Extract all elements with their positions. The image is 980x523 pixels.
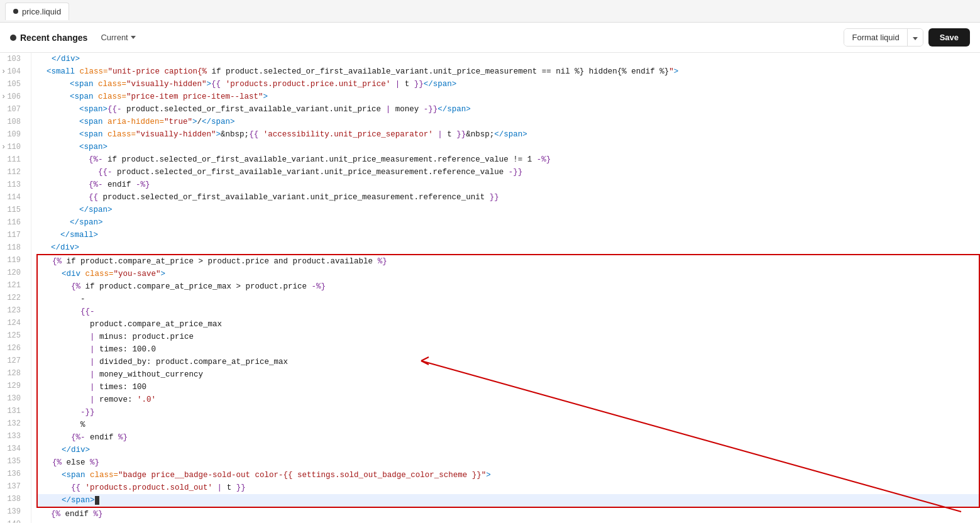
code-content[interactable]: </div><small class="unit-price caption{%… (31, 53, 980, 523)
format-liquid-button[interactable]: Format liquid (844, 28, 923, 47)
line-number: 135 (0, 455, 26, 468)
line-number: 125 (0, 329, 26, 342)
code-line: </small> (36, 229, 980, 241)
code-line: </div> (36, 241, 980, 254)
line-number: 126 (0, 342, 26, 355)
line-number: 119 (0, 254, 26, 267)
code-line: <span class="visually-hidden">&nbsp;{{ '… (36, 128, 980, 141)
code-line: </div> (36, 444, 980, 456)
line-number: 114 (0, 191, 26, 204)
line-number: 127 (0, 355, 26, 367)
line-number: 112 (0, 166, 26, 179)
code-line: | divided_by: product.compare_at_price_m… (36, 356, 980, 368)
header-bar: Recent changes Current Format liquid Sav… (0, 23, 980, 53)
tab-modified-dot (13, 9, 18, 14)
save-button[interactable]: Save (928, 28, 970, 47)
code-line: {% if product.compare_at_price_max > pro… (36, 280, 980, 293)
line-number: 103 (0, 53, 26, 65)
editor-wrapper: </div><small class="unit-price caption{%… (31, 53, 980, 523)
line-number: 140 (0, 518, 26, 523)
line-number: 111 (0, 153, 26, 166)
code-line: <span> (36, 141, 980, 153)
code-line: {{- product.selected_or_first_available_… (36, 166, 980, 179)
code-line: | times: 100.0 (36, 343, 980, 356)
code-line: <span class="visually-hidden">{{ 'produc… (36, 78, 980, 91)
editor-area: 1031041051061071081091101111121131141151… (0, 53, 980, 523)
code-line: <small class="unit-price caption{% if pr… (36, 65, 980, 78)
line-number: 105 (0, 78, 26, 91)
header-title-text: Recent changes (20, 33, 87, 43)
code-line: product.compare_at_price_max (36, 318, 980, 331)
header-title: Recent changes (10, 33, 87, 43)
header-title-dot (10, 35, 16, 41)
code-line: </span> (36, 494, 980, 508)
code-line: {% if product.compare_at_price > product… (36, 254, 980, 268)
code-line: </div> (36, 520, 980, 523)
line-number: 128 (0, 367, 26, 380)
code-line: </span> (36, 216, 980, 229)
code-line: {{- (36, 306, 980, 318)
line-number: 124 (0, 317, 26, 329)
chevron-down-icon (913, 37, 918, 40)
line-number: 109 (0, 128, 26, 141)
line-number: 138 (0, 493, 26, 505)
code-line: <span>{{- product.selected_or_first_avai… (36, 103, 980, 116)
code-line: {{ product.selected_or_first_available_v… (36, 191, 980, 204)
code-line: {%- endif %} (36, 431, 980, 444)
current-label: Current (101, 33, 128, 42)
line-number: 120 (0, 267, 26, 279)
code-line: {% else %} (36, 456, 980, 469)
line-number: 121 (0, 279, 26, 292)
code-line: </span> (36, 204, 980, 216)
line-number: 132 (0, 417, 26, 430)
current-dropdown[interactable]: Current (95, 30, 141, 45)
line-number: 134 (0, 443, 26, 455)
line-numbers: 1031041051061071081091101111121131141151… (0, 53, 31, 523)
format-liquid-dropdown-icon[interactable] (907, 29, 923, 46)
line-number: 113 (0, 179, 26, 191)
code-line: {%- if product.selected_or_first_availab… (36, 153, 980, 166)
code-line: <span class="badge price__badge-sold-out… (36, 469, 980, 482)
format-liquid-label: Format liquid (844, 29, 906, 46)
code-line: % (36, 419, 980, 431)
line-number: 122 (0, 292, 26, 304)
line-number: 137 (0, 480, 26, 493)
code-line: </div> (36, 53, 980, 65)
line-number: 110 (0, 141, 26, 153)
code-line: | money_without_currency (36, 368, 980, 381)
header-left: Recent changes Current (10, 30, 141, 45)
header-right: Format liquid Save (844, 28, 970, 47)
code-line: -}} (36, 406, 980, 419)
tab-price-liquid[interactable]: price.liquid (5, 3, 69, 20)
line-number: 123 (0, 304, 26, 317)
code-line: - (36, 293, 980, 306)
line-number: 117 (0, 229, 26, 241)
chevron-down-icon (131, 36, 136, 39)
tab-filename: price.liquid (22, 7, 61, 16)
line-number: 130 (0, 392, 26, 405)
line-number: 131 (0, 405, 26, 417)
line-number: 106 (0, 91, 26, 103)
code-line: | minus: product.price (36, 331, 980, 343)
line-number: 104 (0, 65, 26, 78)
line-number: 115 (0, 204, 26, 216)
line-number: 136 (0, 468, 26, 480)
code-line: <span aria-hidden="true">/</span> (36, 116, 980, 128)
code-line: {{ 'products.product.sold_out' | t }} (36, 482, 980, 494)
line-number: 107 (0, 103, 26, 116)
line-number: 129 (0, 380, 26, 392)
tab-bar: price.liquid (0, 0, 980, 23)
code-line: {%- endif -%} (36, 179, 980, 191)
line-number: 108 (0, 116, 26, 128)
line-number: 118 (0, 241, 26, 254)
line-number: 133 (0, 430, 26, 443)
code-line: <span class="price-item price-item--last… (36, 91, 980, 103)
line-number: 139 (0, 505, 26, 518)
line-number: 116 (0, 216, 26, 229)
code-line: | times: 100 (36, 381, 980, 394)
code-line: | remove: '.0' (36, 394, 980, 406)
code-line: <div class="you-save"> (36, 268, 980, 280)
code-line: {% endif %} (36, 508, 980, 520)
